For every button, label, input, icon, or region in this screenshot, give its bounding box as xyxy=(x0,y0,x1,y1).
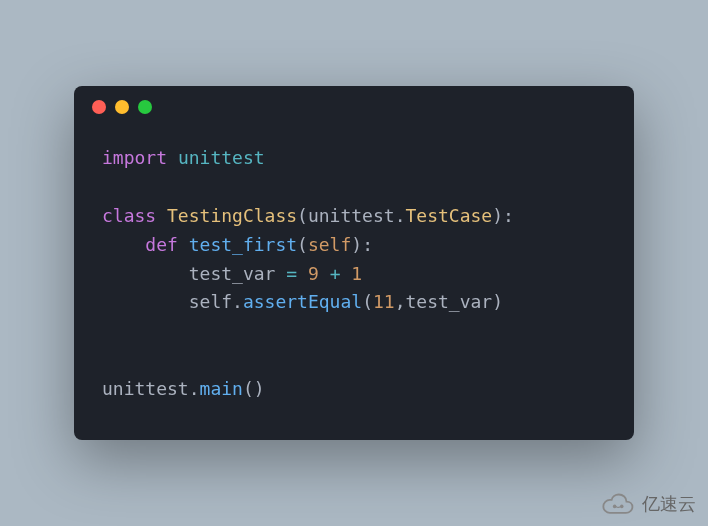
colon: : xyxy=(503,205,514,226)
function-name: test_first xyxy=(189,234,297,255)
paren: ( xyxy=(297,205,308,226)
paren: ) xyxy=(492,205,503,226)
literal-1: 1 xyxy=(351,263,362,284)
var-test-var: test_var xyxy=(189,263,276,284)
minimize-icon xyxy=(115,100,129,114)
watermark-text: 亿速云 xyxy=(642,492,696,516)
maximize-icon xyxy=(138,100,152,114)
method-assert-equal: assertEqual xyxy=(243,291,362,312)
dot: . xyxy=(232,291,243,312)
function-main: main xyxy=(200,378,243,399)
arg-test-var: test_var xyxy=(406,291,493,312)
paren: ) xyxy=(351,234,362,255)
ident-self: self xyxy=(189,291,232,312)
paren: ) xyxy=(254,378,265,399)
base-module: unittest xyxy=(308,205,395,226)
module-unittest-call: unittest xyxy=(102,378,189,399)
colon: : xyxy=(362,234,373,255)
literal-11: 11 xyxy=(373,291,395,312)
comma: , xyxy=(395,291,406,312)
paren: ( xyxy=(362,291,373,312)
op-assign: = xyxy=(286,263,297,284)
dot: . xyxy=(189,378,200,399)
paren: ( xyxy=(243,378,254,399)
dot: . xyxy=(395,205,406,226)
keyword-import: import xyxy=(102,147,167,168)
keyword-def: def xyxy=(145,234,178,255)
keyword-class: class xyxy=(102,205,156,226)
close-icon xyxy=(92,100,106,114)
literal-9: 9 xyxy=(308,263,319,284)
param-self: self xyxy=(308,234,351,255)
code-block: import unittest class TestingClass(unitt… xyxy=(74,128,634,439)
base-class: TestCase xyxy=(405,205,492,226)
class-name: TestingClass xyxy=(167,205,297,226)
code-window: import unittest class TestingClass(unitt… xyxy=(74,86,634,439)
paren: ( xyxy=(297,234,308,255)
watermark: 亿速云 xyxy=(598,492,696,516)
cloud-icon xyxy=(598,493,636,515)
op-plus: + xyxy=(330,263,341,284)
window-titlebar xyxy=(74,86,634,128)
paren: ) xyxy=(492,291,503,312)
module-unittest: unittest xyxy=(178,147,265,168)
